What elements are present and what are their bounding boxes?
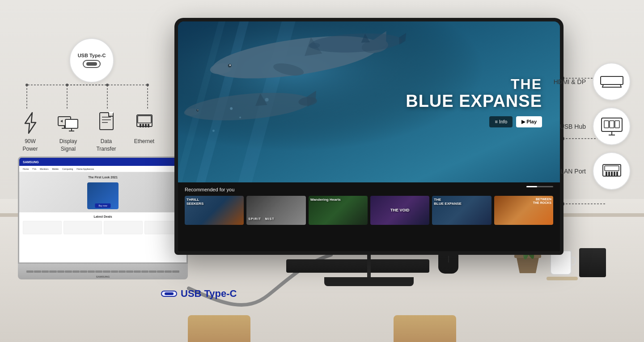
svg-marker-19 [60, 120, 63, 122]
feature-ethernet: Ethernet [132, 112, 157, 153]
screen-main-area: THE BLUE EXPANSE ≡ Info ▶ Play [178, 21, 560, 182]
info-button[interactable]: ≡ Info [489, 116, 513, 127]
hdmi-dp-label: HDMI & DP [554, 78, 586, 85]
feature-display: Display Signal [56, 112, 80, 153]
monitor-frame: THE BLUE EXPANSE ≡ Info ▶ Play Recommend… [174, 18, 564, 255]
laptop-nav: Home TVs Monitors Mobile Computing Home … [19, 166, 186, 172]
svg-rect-26 [137, 115, 152, 127]
port-item-lan: LAN Port [554, 152, 631, 190]
power-label: 90W Power [22, 138, 38, 153]
laptop-hero: The First Look 2021 Buy now [19, 172, 186, 212]
progress-fill [526, 186, 537, 187]
laptop-header: SAMSUNG [19, 158, 186, 166]
mug-handle [571, 257, 576, 266]
lightning-icon [21, 112, 39, 134]
laptop-keyboard: SAMSUNG [18, 264, 188, 279]
usb-hub-icon [601, 117, 623, 136]
svg-rect-74 [605, 166, 619, 171]
svg-rect-64 [610, 121, 614, 128]
feature-data: Data Transfer [94, 112, 119, 153]
laptop-product-2 [64, 221, 102, 234]
usb-connector-inner [165, 292, 174, 295]
laptop-keys [26, 270, 179, 273]
svg-marker-12 [25, 113, 36, 133]
black-box-decoration [579, 248, 606, 277]
laptop-screen-area: SAMSUNG Home TVs Monitors Mobile Computi… [18, 156, 188, 264]
thumbnails-row: THRILLSEEKERS SPIRIT MIST Wandering Hear… [185, 196, 553, 225]
usb-hub-circle [593, 107, 631, 145]
svg-rect-69 [606, 172, 607, 176]
usb-connector-icon [161, 291, 177, 297]
laptop-cta-btn[interactable]: Buy now [95, 203, 110, 208]
svg-point-57 [239, 117, 241, 118]
svg-point-11 [146, 84, 149, 86]
svg-rect-71 [611, 172, 613, 176]
hdmi-dp-circle [593, 63, 631, 101]
laptop-brand: SAMSUNG [96, 275, 110, 278]
feature-power: 90W Power [18, 112, 42, 153]
ethernet-icon-box [132, 112, 157, 134]
chair-left [188, 315, 250, 342]
ethernet-label: Ethernet [134, 138, 154, 145]
thumb-spirit-label: SPIRIT MIST [246, 215, 276, 223]
svg-point-9 [66, 84, 68, 86]
data-icon-box [94, 112, 119, 134]
thumb-wandering-label: Wandering Hearts [309, 196, 343, 204]
progress-bar [526, 186, 553, 187]
svg-rect-20 [100, 113, 113, 130]
port-circles: HDMI & DP USB Hub LAN Por [554, 63, 631, 190]
svg-rect-16 [65, 119, 78, 128]
svg-rect-73 [616, 172, 618, 176]
svg-rect-63 [604, 121, 609, 128]
svg-rect-70 [608, 172, 610, 176]
svg-rect-65 [615, 121, 619, 128]
recommended-label: Recommended for you [185, 187, 553, 192]
feature-icons-row: 90W Power Display Signal [18, 112, 157, 153]
svg-rect-62 [602, 118, 622, 131]
usb-typec-icon [83, 60, 101, 68]
thumb-spirit[interactable]: SPIRIT MIST [246, 196, 305, 225]
thumb-blue-expanse[interactable]: THEBLUE EXPANSE [432, 196, 491, 225]
display-label: Display Signal [59, 138, 77, 153]
thumb-thrill[interactable]: THRILLSEEKERS [185, 196, 244, 225]
main-title-the: THE [406, 76, 542, 92]
thumb-void[interactable]: THE VOID [370, 196, 429, 225]
coaster [547, 277, 578, 280]
laptop-header-logo: SAMSUNG [23, 160, 39, 164]
display-icon-box [56, 112, 80, 134]
usb-typec-top-circle: USB Type-C [69, 38, 114, 83]
svg-rect-72 [614, 172, 615, 176]
laptop-product-1 [23, 221, 62, 234]
power-icon-box [18, 112, 42, 134]
data-label: Data Transfer [96, 138, 116, 153]
svg-rect-30 [148, 124, 149, 127]
thumb-between[interactable]: BETWEENTHE ROCKS [494, 196, 553, 225]
monitor-screen: THE BLUE EXPANSE ≡ Info ▶ Play Recommend… [178, 21, 560, 251]
usb-hub-label: USB Hub [560, 123, 586, 130]
thumb-void-label: THE VOID [370, 206, 429, 215]
svg-rect-29 [145, 124, 147, 127]
svg-marker-61 [602, 84, 621, 87]
thumb-wandering[interactable]: Wandering Hearts [309, 196, 368, 225]
title-overlay: THE BLUE EXPANSE ≡ Info ▶ Play [406, 76, 542, 127]
title-buttons: ≡ Info ▶ Play [406, 116, 542, 127]
port-item-hdmi: HDMI & DP [554, 63, 631, 101]
port-item-usb-hub: USB Hub [554, 107, 631, 145]
usb-typec-top-label: USB Type-C [78, 53, 106, 58]
ethernet-icon [135, 114, 154, 132]
screen-bottom: Recommended for you THRILLSEEKERS SPIRIT… [178, 182, 560, 251]
thumb-thrill-label: THRILLSEEKERS [185, 196, 205, 208]
display-signal-icon [57, 113, 80, 133]
monitor: THE BLUE EXPANSE ≡ Info ▶ Play Recommend… [174, 18, 564, 277]
laptop-deals: Latest Deals [19, 212, 186, 221]
monitor-base [324, 277, 414, 286]
lan-port-icon [602, 164, 622, 179]
thumb-blue-expanse-label: THEBLUE EXPANSE [432, 196, 463, 208]
play-button[interactable]: ▶ Play [516, 116, 542, 127]
svg-rect-28 [142, 124, 144, 127]
laptop-product-3 [104, 221, 143, 234]
data-transfer-icon [97, 112, 116, 134]
laptop: SAMSUNG Home TVs Monitors Mobile Computi… [18, 156, 188, 279]
hdmi-dp-icon [600, 76, 624, 88]
svg-rect-60 [601, 76, 623, 84]
